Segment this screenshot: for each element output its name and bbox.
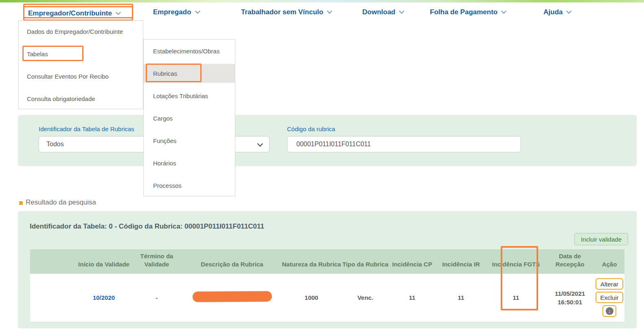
column-header-termino-validade: Término da Validade [130,249,183,274]
alterar-button[interactable]: Alterar [596,278,623,290]
column-header-inicio-validade: Início da Validade [77,249,130,274]
cell-inicio-validade: 10/2020 [77,274,130,322]
cell-incidencia-cp: 11 [389,274,436,322]
download-icon [606,307,613,315]
chevron-down-icon [327,9,332,14]
reception-date: 11/05/2021 [555,290,585,297]
column-header-tipo-rubrica: Tipo da Rubrica [342,249,389,274]
menu-item-consulta-obrigatoriedade[interactable]: Consulta obrigatoriedade [19,89,143,108]
nav-item-label: Empregado [153,8,191,16]
include-validity-button[interactable]: Incluir validade [574,233,628,245]
redaction-overlay [192,291,272,302]
column-header-incidencia-fgts: Incidência FGTS [486,249,545,274]
cell-termino-validade: - [130,274,183,322]
reception-time: 16:50:01 [558,299,582,306]
download-button[interactable] [602,305,616,317]
excluir-button[interactable]: Excluir [596,292,623,303]
results-header: Identificador da Tabela: 0 - Código da R… [30,222,264,231]
submenu-item-estabelecimentos-obras[interactable]: Estabelecimentos/Obras [144,42,235,60]
menu-item-tabelas[interactable]: Tabelas [19,44,143,63]
nav-item-trabalhador-sem-vinculo[interactable]: Trabalhador sem Vínculo [241,8,331,16]
table-id-label: Identificador da Tabela de Rubricas [39,125,134,132]
chevron-down-icon [195,9,200,14]
cell-tipo-rubrica: Venc. [342,274,389,322]
nav-item-label: Download [362,8,395,16]
column-header-incidencia-cp: Incidência CP [389,249,436,274]
cell-incidencia-ir: 11 [436,274,486,322]
results-section-title: Resultado da pesquisa [26,198,96,207]
esocial-page: Empregador/Contribuinte Empregado Trabal… [0,0,644,330]
submenu-item-lotacoes-tributarias[interactable]: Lotações Tributárias [144,86,235,105]
section-bullet-icon [19,201,23,205]
table-header-row: Início da Validade Término da Validade D… [30,249,624,274]
nav-item-label: Folha de Pagamento [430,8,497,16]
chevron-down-icon [257,141,263,147]
chevron-down-icon [566,9,572,14]
cell-data-recepcao: 11/05/2021 16:50:01 [545,274,594,322]
cell-incidencia-fgts: 11 [486,274,545,322]
rubric-code-input[interactable] [287,136,521,152]
nav-item-download[interactable]: Download [362,8,403,16]
column-header-empty [30,249,77,274]
results-panel: Identificador da Tabela: 0 - Código da R… [18,211,637,328]
menu-item-consultar-eventos-por-recibo[interactable]: Consultar Eventos Por Recibo [19,67,143,86]
cell-empty [30,274,77,322]
cell-acao: Alterar Excluir [594,274,624,322]
empregador-dropdown-menu: Dados do Empregador/Contribuinte Tabelas… [18,20,143,109]
rubric-results-table: Início da Validade Término da Validade D… [30,249,624,322]
nav-item-label: Ajuda [543,8,563,16]
submenu-item-cargos[interactable]: Cargos [144,109,235,128]
submenu-item-funcoes[interactable]: Funções [144,131,235,150]
chevron-down-icon [399,9,404,14]
nav-item-ajuda[interactable]: Ajuda [543,8,571,16]
cell-descricao-rubrica [183,274,281,322]
submenu-item-rubricas[interactable]: Rubricas [144,64,235,83]
column-header-data-recepcao: Data de Recepção [545,249,594,274]
tabelas-submenu: Estabelecimentos/Obras Rubricas Lotações… [143,39,235,196]
row-actions: Alterar Excluir [594,278,624,317]
chevron-down-icon [116,10,121,15]
submenu-item-processos[interactable]: Processos [144,176,235,195]
nav-item-empregador-highlight-box: Empregador/Contribuinte [23,6,133,21]
column-header-natureza-rubrica: Natureza da Rubrica [281,249,342,274]
nav-item-folha-de-pagamento[interactable]: Folha de Pagamento [430,8,506,16]
nav-item-label: Empregador/Contribuinte [28,9,112,17]
chevron-down-icon [501,9,506,14]
table-id-selected-value: Todos [46,141,64,148]
nav-item-label: Trabalhador sem Vínculo [241,8,323,16]
column-header-incidencia-ir: Incidência IR [436,249,486,274]
cell-natureza-rubrica: 1000 [281,274,342,322]
main-navigation: Empregador/Contribuinte Empregado Trabal… [0,2,644,20]
search-filter-panel: Identificador da Tabela de Rubricas Todo… [18,115,637,166]
nav-item-empregado[interactable]: Empregado [153,8,199,16]
rubric-code-label: Código da rubrica [287,125,335,132]
validity-start-link[interactable]: 10/2020 [93,294,115,301]
column-header-acao: Ação [594,249,624,274]
nav-item-empregador-contribuinte[interactable]: Empregador/Contribuinte [28,9,120,18]
submenu-item-horarios[interactable]: Horários [144,154,235,172]
menu-item-dados-do-empregador[interactable]: Dados do Empregador/Contribuinte [19,22,143,41]
column-header-descricao-rubrica: Descrição da Rubrica [183,249,281,274]
table-row: 10/2020 - 1000 Venc. 11 11 11 11/05/2021… [30,274,624,322]
